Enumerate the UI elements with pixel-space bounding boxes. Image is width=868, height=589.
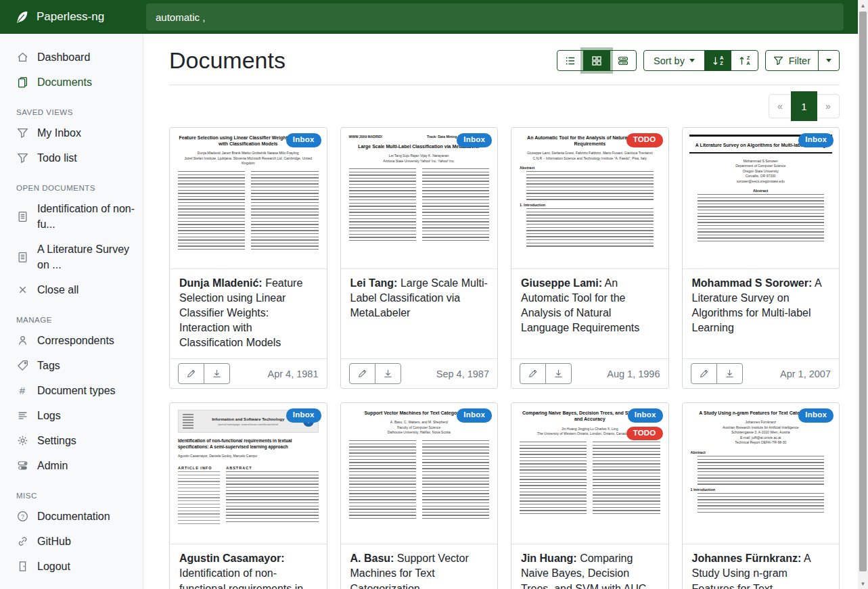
sort-by-label: Sort by xyxy=(654,55,685,66)
sidebar-label: Logs xyxy=(37,408,61,423)
sidebar-item-github[interactable]: GitHub xyxy=(0,529,143,554)
sort-descending-button[interactable]: AZ xyxy=(704,50,731,71)
document-correspondent: Agustin Casamayor: xyxy=(179,552,285,564)
pagination: « 1 » xyxy=(169,94,840,118)
document-title[interactable]: Mohammad S Sorower: A Literature Survey … xyxy=(683,269,840,358)
tag-badge-inbox[interactable]: Inbox xyxy=(457,133,492,147)
edit-button[interactable] xyxy=(349,363,375,384)
next-page-button[interactable]: » xyxy=(817,94,840,118)
document-thumbnail[interactable]: Information and Software Technology jour… xyxy=(170,403,327,544)
list-view-icon xyxy=(565,55,576,66)
sidebar-item-open-doc-2[interactable]: A Literature Survey on ... xyxy=(0,237,143,277)
list-view-button[interactable] xyxy=(557,50,584,71)
document-card[interactable]: A Literature Survey on Algorithms for Mu… xyxy=(682,127,840,389)
sidebar-item-documents[interactable]: Documents xyxy=(0,70,143,95)
document-thumbnail[interactable]: A Literature Survey on Algorithms for Mu… xyxy=(683,128,840,269)
sidebar-item-document-types[interactable]: # Document types xyxy=(0,378,143,403)
document-thumbnail[interactable]: An Automatic Tool for the Analysis of Na… xyxy=(511,128,668,269)
question-circle-icon: ? xyxy=(16,511,28,523)
document-card-footer: Apr 4, 1981 xyxy=(170,358,327,388)
tag-badge-inbox[interactable]: Inbox xyxy=(798,408,833,423)
sidebar-heading-manage: MANAGE xyxy=(0,302,143,328)
sidebar-item-correspondents[interactable]: Correspondents xyxy=(0,328,143,353)
sidebar-item-close-all[interactable]: Close all xyxy=(0,277,143,302)
download-button[interactable] xyxy=(545,363,572,384)
sidebar-item-dashboard[interactable]: Dashboard xyxy=(0,45,143,70)
sidebar-label: Settings xyxy=(37,433,76,448)
sidebar-item-open-doc-1[interactable]: Identification of non-fu... xyxy=(0,196,143,237)
sidebar-label: Correspondents xyxy=(37,333,114,348)
edit-button[interactable] xyxy=(520,363,546,384)
document-card[interactable]: A Study Using n-gram Features for Text C… xyxy=(682,402,840,589)
document-thumbnail[interactable]: Feature Selection using Linear Classifie… xyxy=(170,128,327,269)
toggles-icon xyxy=(16,460,28,472)
sort-ascending-button[interactable]: ZA xyxy=(731,50,758,71)
tag-badge-todo[interactable]: TODO xyxy=(626,427,663,441)
filter-funnel-icon xyxy=(16,127,28,139)
top-navbar: Paperless-ng xyxy=(0,0,858,34)
tag-badge-inbox[interactable]: Inbox xyxy=(286,133,321,147)
scroll-up-arrow-icon[interactable]: ▲ xyxy=(858,0,868,11)
previous-page-button[interactable]: « xyxy=(769,94,792,118)
sidebar-label: Tags xyxy=(37,358,60,373)
search-input[interactable] xyxy=(146,3,844,30)
thumb-section: ABSTRACT xyxy=(226,466,318,470)
tag-badge-inbox[interactable]: Inbox xyxy=(457,408,492,423)
tag-icon xyxy=(16,360,28,372)
document-card[interactable]: Comparing Naive Bayes, Decision Trees, a… xyxy=(511,402,669,589)
file-text-icon xyxy=(16,251,28,263)
download-button[interactable] xyxy=(204,363,230,384)
thumb-title: Identification of non-functional require… xyxy=(178,438,319,450)
gear-icon xyxy=(16,435,28,447)
sidebar-item-logout[interactable]: Logout xyxy=(0,554,143,579)
document-thumbnail[interactable]: WWW 2009 MADRID!Track: Data Mining / Ses… xyxy=(341,128,498,269)
document-thumbnail[interactable]: A Study Using n-gram Features for Text C… xyxy=(683,403,840,544)
tag-badge-inbox[interactable]: Inbox xyxy=(798,133,833,147)
document-title-text: Identification of non-functional require… xyxy=(179,567,303,589)
document-title[interactable]: Giuseppe Lami: An Automatic Tool for the… xyxy=(511,269,668,358)
sidebar-item-todo-list[interactable]: Todo list xyxy=(0,145,143,170)
sidebar-label: Documents xyxy=(37,74,92,90)
sidebar-item-settings[interactable]: Settings xyxy=(0,428,143,453)
svg-text:?: ? xyxy=(20,513,24,520)
sidebar-item-logs[interactable]: Logs xyxy=(0,403,143,428)
document-title[interactable]: A. Basu: Support Vector Machines for Tex… xyxy=(341,544,498,589)
filter-button[interactable]: Filter xyxy=(765,50,819,71)
page-1-button[interactable]: 1 xyxy=(791,91,817,121)
document-title[interactable]: Lei Tang: Large Scale Multi-Label Classi… xyxy=(341,269,498,358)
sidebar-item-documentation[interactable]: ? Documentation xyxy=(0,504,143,529)
scroll-down-arrow-icon[interactable]: ▼ xyxy=(858,578,868,589)
sidebar-item-admin[interactable]: Admin xyxy=(0,453,143,478)
document-card[interactable]: Feature Selection using Linear Classifie… xyxy=(169,127,327,389)
sort-by-dropdown[interactable]: Sort by xyxy=(643,50,705,71)
app-brand[interactable]: Paperless-ng xyxy=(0,10,144,24)
edit-button[interactable] xyxy=(178,363,204,384)
sidebar-item-my-inbox[interactable]: My Inbox xyxy=(0,120,143,145)
view-switcher xyxy=(557,50,637,71)
tag-badge-inbox[interactable]: Inbox xyxy=(628,408,663,423)
document-card[interactable]: Information and Software Technology jour… xyxy=(169,402,327,589)
document-card[interactable]: An Automatic Tool for the Analysis of Na… xyxy=(511,127,669,389)
document-card[interactable]: WWW 2009 MADRID!Track: Data Mining / Ses… xyxy=(340,127,499,389)
document-title[interactable]: Johannes Fürnkranz: A Study Using n-gram… xyxy=(683,544,840,589)
vertical-scrollbar[interactable]: ▲ ▼ xyxy=(858,0,868,589)
filter-dropdown-button[interactable] xyxy=(818,50,840,71)
document-title[interactable]: Jin Huang: Comparing Naive Bayes, Decisi… xyxy=(511,544,668,589)
grid-view-button[interactable] xyxy=(583,50,610,71)
document-thumbnail[interactable]: Support Vector Machines for Text Categor… xyxy=(341,403,498,544)
detail-view-button[interactable] xyxy=(610,50,637,71)
tag-badge-todo[interactable]: TODO xyxy=(626,133,663,147)
document-title[interactable]: Dunja Mladenić: Feature Selection using … xyxy=(170,269,327,358)
sidebar: Dashboard Documents SAVED VIEWS My Inbox… xyxy=(0,34,143,589)
scrollbar-thumb[interactable] xyxy=(859,11,867,571)
document-card[interactable]: Support Vector Machines for Text Categor… xyxy=(340,402,499,589)
tag-badge-inbox[interactable]: Inbox xyxy=(286,408,321,423)
sidebar-item-tags[interactable]: Tags xyxy=(0,353,143,378)
edit-button[interactable] xyxy=(691,363,717,384)
download-button[interactable] xyxy=(375,363,401,384)
document-title[interactable]: Agustin Casamayor: Identification of non… xyxy=(170,544,327,589)
thumb-section: Abstract xyxy=(520,166,660,170)
sidebar-heading-saved-views: SAVED VIEWS xyxy=(0,95,143,120)
paperless-feather-logo-icon xyxy=(15,10,29,24)
download-button[interactable] xyxy=(716,363,743,384)
